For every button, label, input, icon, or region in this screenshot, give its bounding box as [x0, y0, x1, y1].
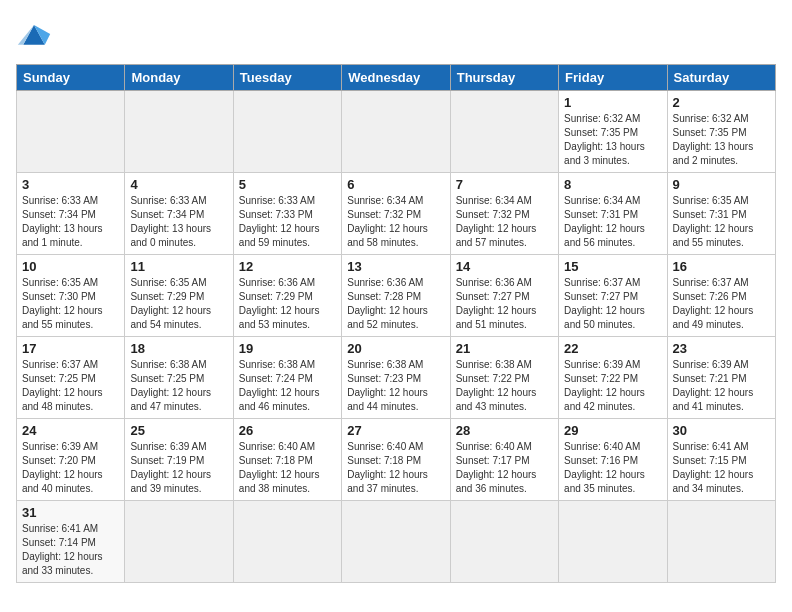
- day-info: Sunrise: 6:32 AM Sunset: 7:35 PM Dayligh…: [564, 112, 661, 168]
- day-number: 6: [347, 177, 444, 192]
- day-number: 29: [564, 423, 661, 438]
- day-of-week-header: Monday: [125, 65, 233, 91]
- day-info: Sunrise: 6:39 AM Sunset: 7:19 PM Dayligh…: [130, 440, 227, 496]
- calendar-cell: 17Sunrise: 6:37 AM Sunset: 7:25 PM Dayli…: [17, 337, 125, 419]
- day-number: 26: [239, 423, 336, 438]
- calendar-cell: 20Sunrise: 6:38 AM Sunset: 7:23 PM Dayli…: [342, 337, 450, 419]
- calendar-cell: 14Sunrise: 6:36 AM Sunset: 7:27 PM Dayli…: [450, 255, 558, 337]
- day-info: Sunrise: 6:39 AM Sunset: 7:20 PM Dayligh…: [22, 440, 119, 496]
- day-of-week-header: Friday: [559, 65, 667, 91]
- day-info: Sunrise: 6:35 AM Sunset: 7:31 PM Dayligh…: [673, 194, 770, 250]
- calendar-header-row: SundayMondayTuesdayWednesdayThursdayFrid…: [17, 65, 776, 91]
- day-number: 12: [239, 259, 336, 274]
- calendar-cell: 10Sunrise: 6:35 AM Sunset: 7:30 PM Dayli…: [17, 255, 125, 337]
- day-info: Sunrise: 6:36 AM Sunset: 7:29 PM Dayligh…: [239, 276, 336, 332]
- calendar-cell: 11Sunrise: 6:35 AM Sunset: 7:29 PM Dayli…: [125, 255, 233, 337]
- day-info: Sunrise: 6:36 AM Sunset: 7:27 PM Dayligh…: [456, 276, 553, 332]
- calendar-cell: 23Sunrise: 6:39 AM Sunset: 7:21 PM Dayli…: [667, 337, 775, 419]
- calendar-cell: 9Sunrise: 6:35 AM Sunset: 7:31 PM Daylig…: [667, 173, 775, 255]
- day-number: 15: [564, 259, 661, 274]
- day-info: Sunrise: 6:40 AM Sunset: 7:16 PM Dayligh…: [564, 440, 661, 496]
- calendar-cell: 7Sunrise: 6:34 AM Sunset: 7:32 PM Daylig…: [450, 173, 558, 255]
- day-of-week-header: Tuesday: [233, 65, 341, 91]
- calendar-cell: 5Sunrise: 6:33 AM Sunset: 7:33 PM Daylig…: [233, 173, 341, 255]
- day-info: Sunrise: 6:38 AM Sunset: 7:22 PM Dayligh…: [456, 358, 553, 414]
- day-info: Sunrise: 6:34 AM Sunset: 7:32 PM Dayligh…: [456, 194, 553, 250]
- calendar-cell: 18Sunrise: 6:38 AM Sunset: 7:25 PM Dayli…: [125, 337, 233, 419]
- day-info: Sunrise: 6:40 AM Sunset: 7:18 PM Dayligh…: [347, 440, 444, 496]
- calendar-cell: 19Sunrise: 6:38 AM Sunset: 7:24 PM Dayli…: [233, 337, 341, 419]
- day-number: 3: [22, 177, 119, 192]
- calendar-cell: 12Sunrise: 6:36 AM Sunset: 7:29 PM Dayli…: [233, 255, 341, 337]
- day-number: 8: [564, 177, 661, 192]
- day-info: Sunrise: 6:35 AM Sunset: 7:30 PM Dayligh…: [22, 276, 119, 332]
- day-number: 25: [130, 423, 227, 438]
- day-number: 27: [347, 423, 444, 438]
- calendar-cell: [233, 91, 341, 173]
- day-number: 22: [564, 341, 661, 356]
- calendar-cell: 2Sunrise: 6:32 AM Sunset: 7:35 PM Daylig…: [667, 91, 775, 173]
- page-header: [16, 16, 776, 52]
- day-info: Sunrise: 6:40 AM Sunset: 7:17 PM Dayligh…: [456, 440, 553, 496]
- calendar-cell: [233, 501, 341, 583]
- calendar-cell: 22Sunrise: 6:39 AM Sunset: 7:22 PM Dayli…: [559, 337, 667, 419]
- day-info: Sunrise: 6:39 AM Sunset: 7:22 PM Dayligh…: [564, 358, 661, 414]
- calendar-cell: 30Sunrise: 6:41 AM Sunset: 7:15 PM Dayli…: [667, 419, 775, 501]
- day-info: Sunrise: 6:41 AM Sunset: 7:14 PM Dayligh…: [22, 522, 119, 578]
- calendar-cell: 8Sunrise: 6:34 AM Sunset: 7:31 PM Daylig…: [559, 173, 667, 255]
- calendar-cell: [450, 91, 558, 173]
- calendar-cell: 16Sunrise: 6:37 AM Sunset: 7:26 PM Dayli…: [667, 255, 775, 337]
- calendar-cell: 24Sunrise: 6:39 AM Sunset: 7:20 PM Dayli…: [17, 419, 125, 501]
- calendar-cell: [342, 501, 450, 583]
- calendar-table: SundayMondayTuesdayWednesdayThursdayFrid…: [16, 64, 776, 583]
- day-info: Sunrise: 6:33 AM Sunset: 7:34 PM Dayligh…: [22, 194, 119, 250]
- day-info: Sunrise: 6:38 AM Sunset: 7:23 PM Dayligh…: [347, 358, 444, 414]
- day-number: 10: [22, 259, 119, 274]
- logo: [16, 16, 56, 52]
- day-info: Sunrise: 6:34 AM Sunset: 7:31 PM Dayligh…: [564, 194, 661, 250]
- day-info: Sunrise: 6:34 AM Sunset: 7:32 PM Dayligh…: [347, 194, 444, 250]
- calendar-week-row: 24Sunrise: 6:39 AM Sunset: 7:20 PM Dayli…: [17, 419, 776, 501]
- calendar-cell: [342, 91, 450, 173]
- calendar-cell: 31Sunrise: 6:41 AM Sunset: 7:14 PM Dayli…: [17, 501, 125, 583]
- calendar-cell: [667, 501, 775, 583]
- day-number: 30: [673, 423, 770, 438]
- calendar-cell: 4Sunrise: 6:33 AM Sunset: 7:34 PM Daylig…: [125, 173, 233, 255]
- calendar-cell: 21Sunrise: 6:38 AM Sunset: 7:22 PM Dayli…: [450, 337, 558, 419]
- day-info: Sunrise: 6:33 AM Sunset: 7:33 PM Dayligh…: [239, 194, 336, 250]
- day-number: 17: [22, 341, 119, 356]
- calendar-cell: 28Sunrise: 6:40 AM Sunset: 7:17 PM Dayli…: [450, 419, 558, 501]
- calendar-cell: 25Sunrise: 6:39 AM Sunset: 7:19 PM Dayli…: [125, 419, 233, 501]
- calendar-cell: [17, 91, 125, 173]
- calendar-cell: 15Sunrise: 6:37 AM Sunset: 7:27 PM Dayli…: [559, 255, 667, 337]
- day-of-week-header: Thursday: [450, 65, 558, 91]
- calendar-cell: [559, 501, 667, 583]
- calendar-cell: [450, 501, 558, 583]
- day-info: Sunrise: 6:40 AM Sunset: 7:18 PM Dayligh…: [239, 440, 336, 496]
- day-number: 31: [22, 505, 119, 520]
- day-info: Sunrise: 6:41 AM Sunset: 7:15 PM Dayligh…: [673, 440, 770, 496]
- day-number: 7: [456, 177, 553, 192]
- calendar-cell: [125, 91, 233, 173]
- calendar-cell: 29Sunrise: 6:40 AM Sunset: 7:16 PM Dayli…: [559, 419, 667, 501]
- day-number: 14: [456, 259, 553, 274]
- day-number: 20: [347, 341, 444, 356]
- day-info: Sunrise: 6:37 AM Sunset: 7:25 PM Dayligh…: [22, 358, 119, 414]
- calendar-cell: 3Sunrise: 6:33 AM Sunset: 7:34 PM Daylig…: [17, 173, 125, 255]
- calendar-week-row: 31Sunrise: 6:41 AM Sunset: 7:14 PM Dayli…: [17, 501, 776, 583]
- day-number: 11: [130, 259, 227, 274]
- day-number: 13: [347, 259, 444, 274]
- day-of-week-header: Saturday: [667, 65, 775, 91]
- day-of-week-header: Wednesday: [342, 65, 450, 91]
- day-number: 18: [130, 341, 227, 356]
- calendar-week-row: 17Sunrise: 6:37 AM Sunset: 7:25 PM Dayli…: [17, 337, 776, 419]
- day-number: 5: [239, 177, 336, 192]
- day-info: Sunrise: 6:35 AM Sunset: 7:29 PM Dayligh…: [130, 276, 227, 332]
- calendar-body: 1Sunrise: 6:32 AM Sunset: 7:35 PM Daylig…: [17, 91, 776, 583]
- day-number: 4: [130, 177, 227, 192]
- day-number: 16: [673, 259, 770, 274]
- calendar-cell: [125, 501, 233, 583]
- day-number: 2: [673, 95, 770, 110]
- calendar-cell: 6Sunrise: 6:34 AM Sunset: 7:32 PM Daylig…: [342, 173, 450, 255]
- day-number: 21: [456, 341, 553, 356]
